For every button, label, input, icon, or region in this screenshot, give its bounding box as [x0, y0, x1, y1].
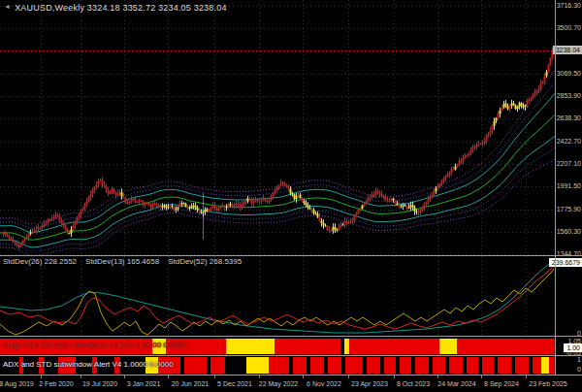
price-axis-label: 3069.50	[557, 70, 581, 78]
price-axis-label: 2207.10	[557, 160, 581, 168]
current-price-box: 3238.04	[553, 46, 582, 54]
chart-title: ◄XAUUSD,Weekly 3324.18 3352.72 3234.05 3…	[4, 3, 227, 13]
adx-indicator-label: ADX and STD subwindow Alert V4 1.0000 0.…	[3, 360, 174, 369]
price-axis-label: 1775.90	[557, 206, 581, 213]
stddev-lines-layer	[0, 261, 554, 335]
stddev-legend-item: StdDev(26) 228.2552	[3, 257, 77, 266]
price-axis-label: 1991.50	[557, 182, 581, 190]
price-axis-label: 3500.70	[557, 24, 581, 32]
price-axis-label: 0	[577, 366, 581, 374]
stddev-value-box: 239.6679	[549, 258, 582, 267]
megatrend-value-box: 1.00	[564, 343, 582, 352]
price-axis-separator	[555, 0, 556, 375]
candles-layer	[3, 48, 554, 249]
channel-bands-layer	[0, 70, 555, 255]
pane-separator[interactable]	[0, 255, 582, 256]
mt4-chart-window: ◄XAUUSD,Weekly 3324.18 3352.72 3234.05 3…	[0, 0, 582, 392]
price-axis-label: 2638.30	[557, 114, 581, 122]
stddev-legend-item: StdDev(13) 165.4658	[85, 257, 159, 266]
stddev-legend-item: StdDev(52) 268.5395	[168, 257, 242, 266]
pane-separator[interactable]	[0, 336, 582, 337]
price-axis-label: 3716.30	[557, 2, 581, 10]
chart-canvas[interactable]	[0, 0, 582, 392]
price-axis-label: 2853.90	[557, 92, 581, 100]
stddev-indicator-legend: StdDev(26) 228.2552StdDev(13) 165.4658St…	[3, 257, 250, 266]
megatrend-indicator-label: Mega Trend Ver2.0 subwindow zaraba 1.000…	[3, 341, 187, 349]
price-axis-label: 1344.70	[557, 250, 581, 258]
price-axis-label: 2422.70	[557, 138, 581, 146]
symbol-ohlc-label: XAUUSD,Weekly 3324.18 3352.72 3234.05 32…	[15, 3, 226, 13]
price-axis-label: 1	[577, 356, 581, 364]
time-axis-label: 23 Feb 2025	[509, 379, 582, 388]
object-marker-icon: ◄	[4, 3, 11, 10]
price-axis-label: 1560.30	[557, 228, 581, 236]
pane-separator[interactable]	[0, 355, 582, 356]
pane-separator[interactable]	[0, 375, 582, 376]
